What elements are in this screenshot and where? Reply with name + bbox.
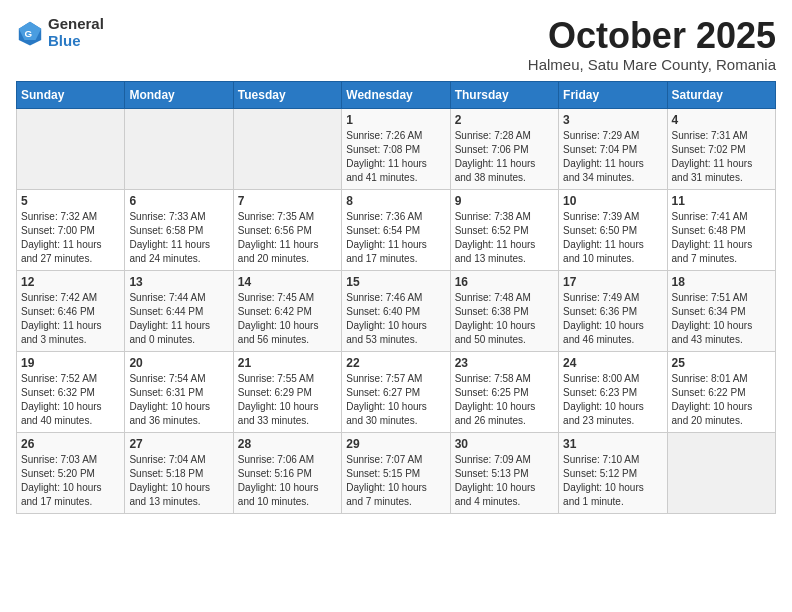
header-monday: Monday [125,81,233,108]
day-info: Sunrise: 7:38 AM Sunset: 6:52 PM Dayligh… [455,210,554,266]
calendar-cell: 10Sunrise: 7:39 AM Sunset: 6:50 PM Dayli… [559,189,667,270]
calendar-cell: 19Sunrise: 7:52 AM Sunset: 6:32 PM Dayli… [17,351,125,432]
day-number: 10 [563,194,662,208]
day-number: 23 [455,356,554,370]
day-info: Sunrise: 7:45 AM Sunset: 6:42 PM Dayligh… [238,291,337,347]
day-number: 31 [563,437,662,451]
calendar-cell: 6Sunrise: 7:33 AM Sunset: 6:58 PM Daylig… [125,189,233,270]
day-info: Sunrise: 7:29 AM Sunset: 7:04 PM Dayligh… [563,129,662,185]
calendar-cell: 23Sunrise: 7:58 AM Sunset: 6:25 PM Dayli… [450,351,558,432]
day-number: 13 [129,275,228,289]
day-info: Sunrise: 7:48 AM Sunset: 6:38 PM Dayligh… [455,291,554,347]
header-tuesday: Tuesday [233,81,341,108]
calendar-cell: 9Sunrise: 7:38 AM Sunset: 6:52 PM Daylig… [450,189,558,270]
week-row-4: 19Sunrise: 7:52 AM Sunset: 6:32 PM Dayli… [17,351,776,432]
calendar-cell: 8Sunrise: 7:36 AM Sunset: 6:54 PM Daylig… [342,189,450,270]
day-number: 14 [238,275,337,289]
day-info: Sunrise: 7:35 AM Sunset: 6:56 PM Dayligh… [238,210,337,266]
calendar-cell: 18Sunrise: 7:51 AM Sunset: 6:34 PM Dayli… [667,270,775,351]
day-number: 17 [563,275,662,289]
day-number: 18 [672,275,771,289]
day-info: Sunrise: 8:01 AM Sunset: 6:22 PM Dayligh… [672,372,771,428]
day-number: 1 [346,113,445,127]
calendar-cell: 31Sunrise: 7:10 AM Sunset: 5:12 PM Dayli… [559,432,667,513]
header-saturday: Saturday [667,81,775,108]
calendar-cell: 2Sunrise: 7:28 AM Sunset: 7:06 PM Daylig… [450,108,558,189]
header-wednesday: Wednesday [342,81,450,108]
logo-icon: G [16,19,44,47]
day-info: Sunrise: 7:46 AM Sunset: 6:40 PM Dayligh… [346,291,445,347]
day-info: Sunrise: 7:04 AM Sunset: 5:18 PM Dayligh… [129,453,228,509]
day-info: Sunrise: 7:09 AM Sunset: 5:13 PM Dayligh… [455,453,554,509]
calendar-cell: 27Sunrise: 7:04 AM Sunset: 5:18 PM Dayli… [125,432,233,513]
day-info: Sunrise: 7:06 AM Sunset: 5:16 PM Dayligh… [238,453,337,509]
day-number: 8 [346,194,445,208]
calendar-cell: 28Sunrise: 7:06 AM Sunset: 5:16 PM Dayli… [233,432,341,513]
day-info: Sunrise: 7:31 AM Sunset: 7:02 PM Dayligh… [672,129,771,185]
day-number: 25 [672,356,771,370]
logo-blue-text: Blue [48,33,104,50]
calendar-cell: 3Sunrise: 7:29 AM Sunset: 7:04 PM Daylig… [559,108,667,189]
day-number: 30 [455,437,554,451]
week-row-3: 12Sunrise: 7:42 AM Sunset: 6:46 PM Dayli… [17,270,776,351]
day-number: 24 [563,356,662,370]
day-number: 3 [563,113,662,127]
day-number: 2 [455,113,554,127]
weekday-header-row: SundayMondayTuesdayWednesdayThursdayFrid… [17,81,776,108]
logo-general-text: General [48,16,104,33]
day-number: 7 [238,194,337,208]
day-info: Sunrise: 7:44 AM Sunset: 6:44 PM Dayligh… [129,291,228,347]
day-number: 29 [346,437,445,451]
calendar-cell: 7Sunrise: 7:35 AM Sunset: 6:56 PM Daylig… [233,189,341,270]
day-number: 21 [238,356,337,370]
day-number: 15 [346,275,445,289]
day-info: Sunrise: 7:33 AM Sunset: 6:58 PM Dayligh… [129,210,228,266]
logo-text: General Blue [48,16,104,49]
calendar-cell: 20Sunrise: 7:54 AM Sunset: 6:31 PM Dayli… [125,351,233,432]
day-number: 12 [21,275,120,289]
calendar-cell: 22Sunrise: 7:57 AM Sunset: 6:27 PM Dayli… [342,351,450,432]
month-title: October 2025 [528,16,776,56]
header-sunday: Sunday [17,81,125,108]
day-info: Sunrise: 7:07 AM Sunset: 5:15 PM Dayligh… [346,453,445,509]
logo: G General Blue [16,16,104,49]
day-info: Sunrise: 7:03 AM Sunset: 5:20 PM Dayligh… [21,453,120,509]
calendar-cell [667,432,775,513]
day-number: 20 [129,356,228,370]
day-number: 22 [346,356,445,370]
calendar-cell: 13Sunrise: 7:44 AM Sunset: 6:44 PM Dayli… [125,270,233,351]
calendar-cell: 1Sunrise: 7:26 AM Sunset: 7:08 PM Daylig… [342,108,450,189]
week-row-2: 5Sunrise: 7:32 AM Sunset: 7:00 PM Daylig… [17,189,776,270]
day-number: 28 [238,437,337,451]
day-number: 27 [129,437,228,451]
calendar-cell: 24Sunrise: 8:00 AM Sunset: 6:23 PM Dayli… [559,351,667,432]
calendar-cell [125,108,233,189]
calendar-cell: 26Sunrise: 7:03 AM Sunset: 5:20 PM Dayli… [17,432,125,513]
day-info: Sunrise: 7:39 AM Sunset: 6:50 PM Dayligh… [563,210,662,266]
day-number: 5 [21,194,120,208]
calendar-cell: 11Sunrise: 7:41 AM Sunset: 6:48 PM Dayli… [667,189,775,270]
day-number: 9 [455,194,554,208]
header-friday: Friday [559,81,667,108]
day-number: 6 [129,194,228,208]
calendar-cell [233,108,341,189]
header-thursday: Thursday [450,81,558,108]
day-number: 19 [21,356,120,370]
day-info: Sunrise: 7:10 AM Sunset: 5:12 PM Dayligh… [563,453,662,509]
calendar-cell: 12Sunrise: 7:42 AM Sunset: 6:46 PM Dayli… [17,270,125,351]
calendar-table: SundayMondayTuesdayWednesdayThursdayFrid… [16,81,776,514]
day-info: Sunrise: 7:57 AM Sunset: 6:27 PM Dayligh… [346,372,445,428]
day-number: 16 [455,275,554,289]
day-number: 26 [21,437,120,451]
day-info: Sunrise: 7:36 AM Sunset: 6:54 PM Dayligh… [346,210,445,266]
day-info: Sunrise: 7:41 AM Sunset: 6:48 PM Dayligh… [672,210,771,266]
day-info: Sunrise: 7:28 AM Sunset: 7:06 PM Dayligh… [455,129,554,185]
calendar-cell: 16Sunrise: 7:48 AM Sunset: 6:38 PM Dayli… [450,270,558,351]
calendar-cell: 5Sunrise: 7:32 AM Sunset: 7:00 PM Daylig… [17,189,125,270]
week-row-1: 1Sunrise: 7:26 AM Sunset: 7:08 PM Daylig… [17,108,776,189]
day-info: Sunrise: 7:49 AM Sunset: 6:36 PM Dayligh… [563,291,662,347]
day-info: Sunrise: 7:55 AM Sunset: 6:29 PM Dayligh… [238,372,337,428]
day-info: Sunrise: 7:51 AM Sunset: 6:34 PM Dayligh… [672,291,771,347]
page-header: G General Blue October 2025 Halmeu, Satu… [16,16,776,73]
calendar-cell: 15Sunrise: 7:46 AM Sunset: 6:40 PM Dayli… [342,270,450,351]
